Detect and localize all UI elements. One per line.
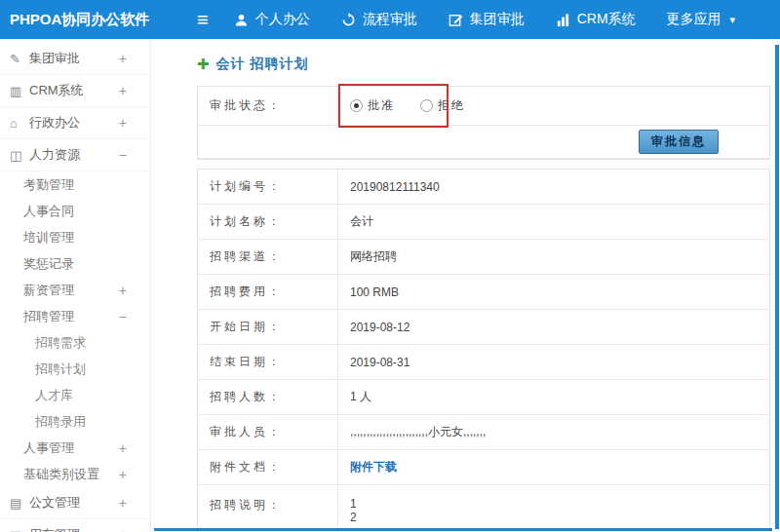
plus-icon: ✚	[197, 56, 210, 73]
scrollbar-vertical[interactable]	[775, 45, 779, 529]
sidebar-item-recruit-hiring[interactable]: 招聘录用	[0, 408, 150, 435]
radio-approve[interactable]: 批准	[350, 97, 395, 114]
expand-toggle[interactable]: +	[119, 83, 127, 98]
expand-toggle[interactable]: +	[119, 527, 127, 532]
field-label: 计划名称：	[198, 205, 338, 239]
expand-toggle[interactable]: +	[119, 440, 127, 456]
sidebar-item-hr[interactable]: ◫ 人力资源 −	[0, 139, 150, 171]
page-title: 会计 招聘计划	[216, 56, 309, 73]
sidebar: ✎ 集团审批 + ▥ CRM系统 + ⌂ 行政办公 + ◫ 人力资源 − 考勤管…	[0, 39, 151, 532]
sidebar-item-rewards[interactable]: 奖惩记录	[0, 250, 150, 277]
cycle-icon	[341, 13, 356, 27]
chevron-down-icon: ▾	[730, 14, 736, 26]
plan-detail-table: 计划编号： 20190812111340 计划名称： 会计 招聘渠道： 网络招聘…	[197, 169, 770, 532]
field-value: 20190812111340	[338, 170, 769, 204]
approval-status-radio-group: 批准 拒绝	[350, 97, 465, 114]
status-row: 审批状态： 批准 拒绝	[198, 87, 769, 126]
field-label: 招聘人数：	[198, 380, 338, 414]
button-row: 审批信息	[198, 126, 769, 159]
expand-toggle[interactable]: +	[119, 51, 127, 66]
table-row: 审批人员： ,,,,,,,,,,,,,,,,,,,,,,,,小元女,,,,,,,	[198, 415, 769, 450]
nav-crm[interactable]: CRM系统	[556, 11, 636, 28]
hr-icon: ◫	[10, 148, 29, 163]
sidebar-item-vehicle[interactable]: ◧ 用车管理 +	[0, 519, 150, 532]
sidebar-item-group-approval[interactable]: ✎ 集团审批 +	[0, 43, 150, 75]
field-label: 招聘渠道：	[198, 240, 338, 274]
office-icon: ⌂	[10, 116, 29, 131]
table-row: 计划名称： 会计	[198, 205, 769, 240]
sidebar-item-recruitment[interactable]: 招聘管理 −	[0, 303, 150, 329]
scrollbar-horizontal[interactable]	[154, 528, 772, 531]
field-label: 计划编号：	[198, 170, 338, 204]
sidebar-item-admin-office[interactable]: ⌂ 行政办公 +	[0, 107, 150, 139]
approval-status-table: 审批状态： 批准 拒绝 审批信息	[197, 86, 770, 160]
table-row: 计划编号： 20190812111340	[198, 170, 769, 205]
nav-label: 流程审批	[363, 11, 417, 28]
field-label: 附件文档：	[198, 450, 338, 484]
radio-approve-control[interactable]	[350, 99, 363, 112]
sidebar-item-talent-pool[interactable]: 人才库	[0, 382, 150, 408]
expand-toggle[interactable]: +	[119, 283, 127, 298]
sidebar-item-document[interactable]: ▤ 公文管理 +	[0, 487, 150, 519]
app-title: PHPOA协同办公软件	[0, 11, 191, 29]
person-icon	[234, 13, 249, 27]
top-bar: PHPOA协同办公软件 ≡ 个人办公 流程审批 集团审批 CRM系统 更多应用 …	[0, 0, 780, 39]
table-row: 招聘渠道： 网络招聘	[198, 240, 769, 275]
expand-toggle[interactable]: +	[119, 467, 127, 482]
attachment-download-link[interactable]: 附件下载	[350, 459, 397, 475]
sidebar-item-training[interactable]: 培训管理	[0, 224, 150, 250]
field-value: 网络招聘	[338, 240, 769, 274]
nav-process-approval[interactable]: 流程审批	[341, 11, 417, 28]
status-label: 审批状态：	[198, 87, 338, 125]
field-label: 审批人员：	[198, 415, 338, 449]
sidebar-item-hr-contract[interactable]: 人事合同	[0, 198, 150, 224]
collapse-toggle[interactable]: −	[119, 309, 127, 324]
nav-group-approval[interactable]: 集团审批	[448, 11, 525, 28]
field-label: 开始日期：	[198, 310, 338, 344]
main-content: ✚ 会计 招聘计划 审批状态： 批准 拒绝	[151, 39, 780, 532]
sidebar-item-base-category[interactable]: 基础类别设置 +	[0, 461, 150, 487]
table-row: 开始日期： 2019-08-12	[198, 310, 769, 345]
field-value: 1 人	[338, 380, 769, 414]
table-row: 招聘人数： 1 人	[198, 380, 769, 415]
nav-label: 集团审批	[470, 11, 525, 28]
bar-chart-icon	[556, 13, 570, 27]
edit-icon: ✎	[10, 52, 29, 66]
sidebar-item-salary[interactable]: 薪资管理 +	[0, 277, 150, 303]
sidebar-item-recruit-plan[interactable]: 招聘计划	[0, 356, 150, 382]
document-icon: ▤	[10, 496, 29, 511]
nav-label: 个人办公	[255, 11, 310, 28]
expand-toggle[interactable]: +	[119, 115, 127, 131]
field-label: 招聘费用：	[198, 275, 338, 309]
field-value: 100 RMB	[338, 275, 769, 309]
collapse-toggle[interactable]: −	[119, 147, 127, 163]
car-icon: ◧	[10, 528, 29, 532]
hamburger-menu-icon[interactable]: ≡	[197, 9, 209, 31]
nav-personal-office[interactable]: 个人办公	[234, 11, 310, 28]
edit-square-icon	[448, 13, 463, 27]
nav-more-apps[interactable]: 更多应用 ▾	[667, 11, 736, 28]
table-row: 附件文档： 附件下载	[198, 450, 769, 485]
expand-toggle[interactable]: +	[119, 495, 127, 511]
sidebar-item-recruit-needs[interactable]: 招聘需求	[0, 329, 150, 356]
field-value: 2019-08-31	[338, 345, 769, 379]
nav-label: CRM系统	[577, 11, 636, 28]
radio-reject-control[interactable]	[420, 99, 433, 112]
field-label: 招聘说明：	[198, 485, 338, 532]
field-value: 1 2	[338, 485, 769, 532]
field-value: 2019-08-12	[338, 310, 769, 344]
field-value: 会计	[338, 205, 769, 239]
radio-reject[interactable]: 拒绝	[420, 97, 465, 114]
table-row: 结束日期： 2019-08-31	[198, 345, 769, 380]
sidebar-item-attendance[interactable]: 考勤管理	[0, 171, 150, 198]
table-row: 招聘说明： 1 2	[198, 485, 769, 532]
chart-icon: ▥	[10, 84, 29, 98]
page-header: ✚ 会计 招聘计划	[197, 39, 770, 86]
table-row: 招聘费用： 100 RMB	[198, 275, 769, 310]
sidebar-item-personnel[interactable]: 人事管理 +	[0, 435, 150, 461]
field-value: ,,,,,,,,,,,,,,,,,,,,,,,,小元女,,,,,,,	[338, 415, 769, 449]
field-label: 结束日期：	[198, 345, 338, 379]
nav-label: 更多应用	[667, 11, 722, 28]
sidebar-item-crm[interactable]: ▥ CRM系统 +	[0, 75, 150, 107]
approve-info-button[interactable]: 审批信息	[639, 130, 719, 154]
